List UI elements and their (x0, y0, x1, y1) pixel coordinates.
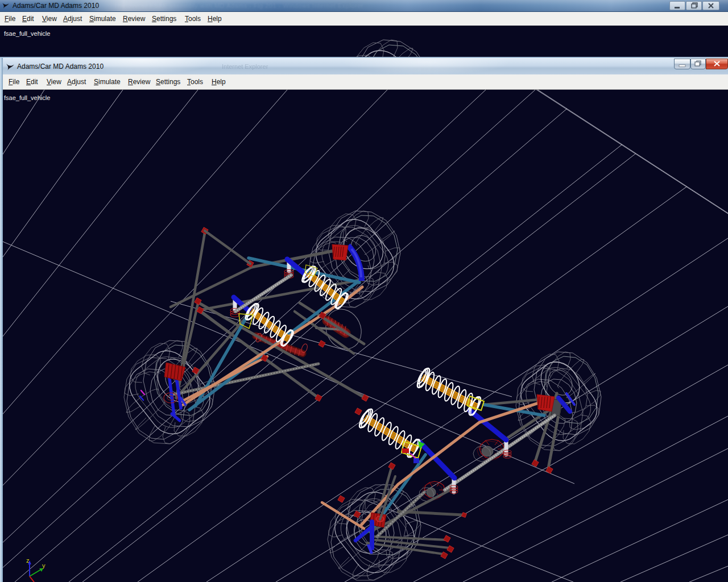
svg-text:z: z (26, 557, 30, 564)
svg-text:y: y (42, 562, 46, 569)
